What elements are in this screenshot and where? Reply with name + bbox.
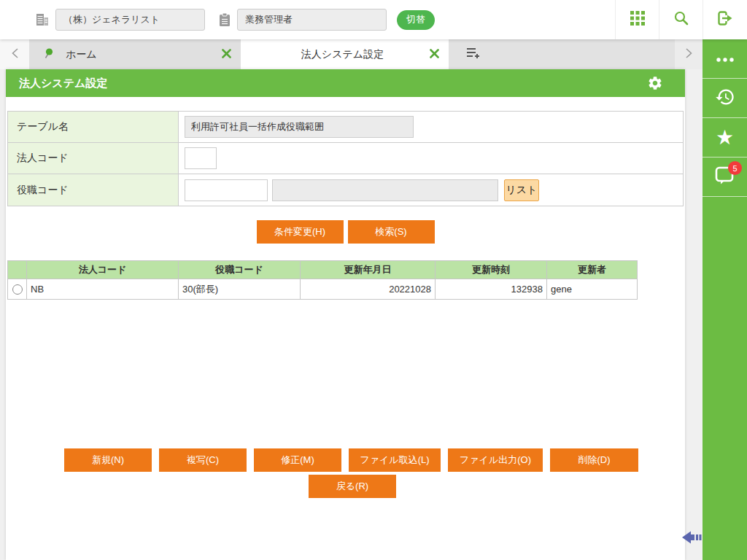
- collapse-panel-arrow-icon[interactable]: [681, 529, 702, 548]
- updated-by-header: 更新者: [547, 261, 638, 279]
- tab-scroll-right-button[interactable]: [675, 39, 703, 69]
- logout-button[interactable]: [703, 0, 747, 39]
- action-buttons: 新規(N) 複写(C) 修正(M) ファイル取込(L) ファイル出力(O) 削除…: [64, 448, 640, 498]
- tabstrip: ホーム 法人システム設定: [0, 39, 703, 69]
- star-icon: ★: [716, 128, 734, 148]
- role-code-header: 役職コード: [179, 261, 301, 279]
- tab-home[interactable]: ホーム: [29, 39, 241, 69]
- tab-active-label: 法人システム設定: [255, 48, 430, 61]
- logout-icon: [716, 10, 734, 29]
- new-tab-button[interactable]: [449, 39, 675, 69]
- grid-icon: [630, 10, 646, 29]
- list-button[interactable]: リスト: [504, 179, 539, 201]
- add-list-icon: [466, 47, 481, 62]
- role-input[interactable]: [237, 9, 387, 31]
- results-table: 法人コード 役職コード 更新年月日 更新時刻 更新者 NB 30(部長) 202…: [7, 260, 638, 300]
- gear-icon[interactable]: [647, 75, 663, 91]
- file-import-button[interactable]: ファイル取込(L): [349, 448, 441, 472]
- role-code-name-field[interactable]: [272, 179, 498, 201]
- panel-title-bar: 法人システム設定: [6, 69, 685, 97]
- search-button[interactable]: [659, 0, 703, 39]
- updated-time-header: 更新時刻: [436, 261, 547, 279]
- tab-corporate-system-settings[interactable]: 法人システム設定: [241, 39, 449, 69]
- right-sidebar: ★ 5: [703, 39, 747, 560]
- modify-button[interactable]: 修正(M): [254, 448, 341, 472]
- row-select-radio[interactable]: [12, 284, 23, 295]
- corp-code-cell: NB: [27, 279, 179, 300]
- switch-button[interactable]: 切替: [397, 10, 435, 30]
- updated-date-cell: 20221028: [301, 279, 436, 300]
- file-export-button[interactable]: ファイル出力(O): [448, 448, 543, 472]
- role-icon: [218, 12, 231, 27]
- page-background: 法人システム設定 テーブル名 法人コード: [0, 69, 703, 560]
- search-execute-button[interactable]: 検索(S): [348, 220, 435, 244]
- chevron-right-icon: [686, 48, 692, 61]
- filter-form: テーブル名 法人コード 役職コード: [7, 111, 684, 206]
- updated-date-header: 更新年月日: [301, 261, 436, 279]
- close-icon[interactable]: [430, 49, 439, 61]
- close-icon[interactable]: [222, 49, 231, 61]
- role-code-cell: 30(部長): [179, 279, 301, 300]
- company-input[interactable]: [55, 9, 205, 31]
- corp-code-field[interactable]: [185, 147, 217, 169]
- favorites-button[interactable]: ★: [703, 118, 747, 158]
- tab-scroll-left-button[interactable]: [0, 39, 29, 69]
- page-title: 法人システム設定: [19, 77, 647, 90]
- updated-by-cell: gene: [547, 279, 638, 300]
- table-name-label: テーブル名: [8, 112, 179, 142]
- table-name-field[interactable]: [185, 116, 414, 138]
- delete-button[interactable]: 削除(D): [550, 448, 638, 472]
- topbar: 切替: [0, 0, 747, 39]
- role-code-field[interactable]: [185, 179, 268, 201]
- search-icon: [673, 10, 689, 29]
- chevron-left-icon: [12, 48, 18, 61]
- new-button[interactable]: 新規(N): [64, 448, 152, 472]
- tab-home-label: ホーム: [66, 48, 222, 61]
- search-buttons: 条件変更(H) 検索(S): [6, 220, 685, 244]
- table-row[interactable]: NB 30(部長) 20221028 132938 gene: [8, 279, 638, 300]
- results-header-row: 法人コード 役職コード 更新年月日 更新時刻 更新者: [8, 261, 638, 279]
- copy-button[interactable]: 複写(C): [159, 448, 247, 472]
- topbar-icons: [615, 0, 747, 39]
- corp-code-header: 法人コード: [27, 261, 179, 279]
- role-code-label: 役職コード: [8, 174, 179, 206]
- content-panel: 法人システム設定 テーブル名 法人コード: [6, 69, 685, 560]
- app-grid-button[interactable]: [615, 0, 659, 39]
- form-row-table-name: テーブル名: [8, 112, 683, 143]
- updated-time-cell: 132938: [436, 279, 547, 300]
- pin-icon: [44, 48, 53, 61]
- change-condition-button[interactable]: 条件変更(H): [257, 220, 344, 244]
- more-menu-button[interactable]: [703, 39, 747, 79]
- ellipsis-icon: [716, 52, 735, 66]
- company-icon: [35, 12, 50, 27]
- back-button[interactable]: 戻る(R): [309, 475, 396, 498]
- history-clock-icon: [715, 87, 735, 110]
- notification-badge: 5: [728, 161, 742, 175]
- messages-button[interactable]: 5: [703, 158, 747, 197]
- select-column-header: [8, 261, 27, 279]
- form-row-corp-code: 法人コード: [8, 143, 683, 174]
- corp-code-label: 法人コード: [8, 143, 179, 174]
- form-row-role-code: 役職コード リスト: [8, 174, 683, 206]
- history-button[interactable]: [703, 79, 747, 118]
